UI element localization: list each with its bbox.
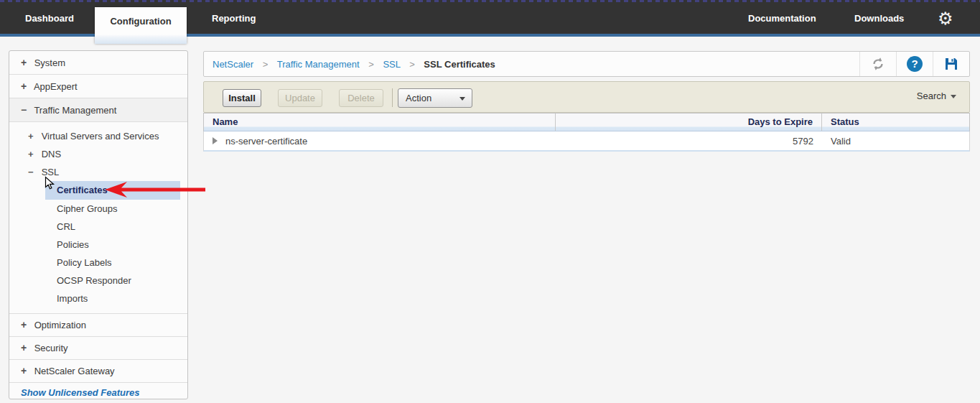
tab-reporting[interactable]: Reporting <box>212 0 256 37</box>
sidebar-item-policy-labels[interactable]: Policy Labels <box>9 254 187 272</box>
sidebar-item-label: Optimization <box>34 320 86 330</box>
help-icon: ? <box>907 56 923 72</box>
tab-configuration[interactable]: Configuration <box>95 7 187 44</box>
column-header-days-to-expire[interactable]: Days to Expire <box>556 114 822 131</box>
table-row[interactable]: ns-server-certificate 5792 Valid <box>203 131 970 152</box>
sidebar-item-system[interactable]: + System <box>9 51 187 75</box>
sidebar-item-label: System <box>34 57 65 68</box>
traffic-management-subtree: + Virtual Servers and Services + DNS − S… <box>9 122 187 314</box>
breadcrumb-netscaler[interactable]: NetScaler <box>213 59 253 70</box>
column-header-name[interactable]: Name <box>204 114 556 131</box>
sidebar-item-security[interactable]: + Security <box>9 337 187 360</box>
expand-icon[interactable]: + <box>21 51 32 74</box>
mouse-cursor <box>45 176 55 191</box>
sidebar-item-dns[interactable]: + DNS <box>9 145 187 163</box>
certificate-status: Valid <box>822 131 969 150</box>
sidebar-item-traffic-management[interactable]: − Traffic Management <box>9 98 187 122</box>
breadcrumb-separator: > <box>362 59 381 70</box>
search-label: Search <box>917 91 946 101</box>
expand-icon[interactable]: + <box>21 75 32 98</box>
sidebar-item-label: Traffic Management <box>34 105 116 116</box>
chevron-down-icon <box>951 95 956 98</box>
sidebar-item-ssl[interactable]: − SSL <box>9 163 187 181</box>
breadcrumb-icon-group: ? <box>859 52 969 76</box>
refresh-button[interactable] <box>859 52 896 76</box>
actions-toolbar: Install Update Delete Action Search <box>203 81 970 113</box>
expand-icon[interactable]: + <box>28 127 39 145</box>
sidebar-item-label: Security <box>34 343 68 353</box>
certificate-days-to-expire: 5792 <box>556 131 822 150</box>
certificate-name: ns-server-certificate <box>225 131 307 151</box>
row-expander-icon[interactable] <box>213 137 218 144</box>
sidebar-item-label: AppExpert <box>34 81 78 92</box>
red-arrow-annotation <box>105 181 205 198</box>
sidebar-item-imports[interactable]: Imports <box>9 289 187 307</box>
search-dropdown[interactable]: Search <box>917 91 956 101</box>
sidebar-item-crl[interactable]: CRL <box>9 218 187 236</box>
save-button[interactable] <box>933 52 969 76</box>
top-navbar: Dashboard Configuration Reporting Docume… <box>0 0 980 37</box>
expand-icon[interactable]: + <box>21 314 32 336</box>
collapse-icon[interactable]: − <box>21 98 32 121</box>
settings-gear-icon[interactable]: ⚙ <box>938 0 953 37</box>
sidebar-item-label: DNS <box>42 149 61 159</box>
breadcrumb: NetScaler > Traffic Management > SSL > S… <box>204 59 859 70</box>
breadcrumb-traffic-management[interactable]: Traffic Management <box>277 59 360 70</box>
sidebar-item-label: Virtual Servers and Services <box>42 131 159 142</box>
breadcrumb-bar: NetScaler > Traffic Management > SSL > S… <box>203 51 970 77</box>
expand-icon[interactable]: + <box>28 145 39 163</box>
sidebar-item-policies[interactable]: Policies <box>9 236 187 254</box>
show-unlicensed-features-link[interactable]: Show Unlicensed Features <box>9 383 187 399</box>
action-dropdown-label: Action <box>406 93 431 103</box>
expand-icon[interactable]: + <box>21 337 32 359</box>
toolbar-divider <box>392 88 393 107</box>
collapse-icon[interactable]: − <box>28 163 39 181</box>
help-button[interactable]: ? <box>896 52 933 76</box>
breadcrumb-separator: > <box>403 59 421 70</box>
sidebar-item-optimization[interactable]: + Optimization <box>9 314 187 337</box>
tab-dashboard[interactable]: Dashboard <box>25 0 74 37</box>
table-header-row: Name Days to Expire Status <box>203 113 970 131</box>
sidebar-navigation: + System + AppExpert − Traffic Managemen… <box>9 50 188 399</box>
sidebar-item-cipher-groups[interactable]: Cipher Groups <box>9 200 187 218</box>
install-button[interactable]: Install <box>223 89 261 107</box>
chevron-down-icon <box>459 97 465 101</box>
nav-link-downloads[interactable]: Downloads <box>854 0 904 37</box>
sidebar-item-ocsp-responder[interactable]: OCSP Responder <box>9 272 187 289</box>
page-title: SSL Certificates <box>424 59 495 70</box>
update-button[interactable]: Update <box>278 89 322 107</box>
sidebar-item-label: NetScaler Gateway <box>34 366 115 376</box>
breadcrumb-ssl[interactable]: SSL <box>383 59 400 70</box>
sidebar-item-appexpert[interactable]: + AppExpert <box>9 75 187 98</box>
expand-icon[interactable]: + <box>21 360 32 382</box>
column-header-status[interactable]: Status <box>822 114 969 131</box>
refresh-icon <box>870 56 886 72</box>
action-dropdown[interactable]: Action <box>398 88 472 108</box>
save-icon <box>944 57 958 71</box>
breadcrumb-separator: > <box>256 59 275 70</box>
nav-link-documentation[interactable]: Documentation <box>748 0 816 37</box>
sidebar-item-netscaler-gateway[interactable]: + NetScaler Gateway <box>9 360 187 383</box>
sidebar-item-virtual-servers-and-services[interactable]: + Virtual Servers and Services <box>9 127 187 145</box>
delete-button[interactable]: Delete <box>339 89 383 107</box>
certificates-table: Name Days to Expire Status ns-server-cer… <box>203 113 970 152</box>
